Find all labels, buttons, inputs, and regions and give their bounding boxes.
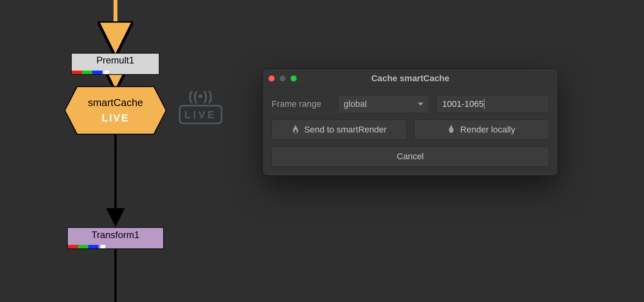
send-to-smartrender-button[interactable]: Send to smartRender	[272, 119, 407, 140]
frame-range-row: Frame range global 1001-1065	[272, 95, 549, 113]
action-buttons-row: Send to smartRender Render locally	[272, 119, 549, 140]
node-smartcache-text: smartCache LIVE	[64, 86, 167, 135]
frame-range-value: 1001-1065	[442, 99, 484, 109]
dialog-body: Frame range global 1001-1065 Send to sma…	[263, 88, 558, 175]
node-premult-label: Premult1	[72, 54, 159, 65]
window-zoom-button[interactable]	[290, 75, 297, 82]
window-close-button[interactable]	[268, 75, 275, 82]
live-indicator-text: LIVE	[179, 105, 222, 124]
text-cursor	[484, 99, 484, 109]
channel-strip	[72, 71, 109, 74]
node-transform[interactable]: Transform1	[67, 227, 164, 249]
chevron-down-icon	[418, 103, 423, 106]
window-minimize-button[interactable]	[279, 75, 286, 82]
frame-range-mode-value: global	[344, 99, 367, 109]
render-locally-button[interactable]: Render locally	[414, 119, 549, 140]
node-smartcache-status: LIVE	[102, 112, 129, 124]
cancel-button-label: Cancel	[397, 151, 424, 162]
send-button-label: Send to smartRender	[304, 125, 387, 135]
dialog-title: Cache smartCache	[263, 73, 558, 84]
frame-range-mode-select[interactable]: global	[338, 95, 429, 113]
broadcast-icon: ((•))	[179, 89, 222, 103]
cancel-button[interactable]: Cancel	[272, 146, 549, 167]
node-transform-label: Transform1	[68, 228, 163, 240]
dialog-titlebar[interactable]: Cache smartCache	[263, 69, 558, 88]
channel-strip	[68, 245, 105, 248]
cache-dialog: Cache smartCache Frame range global 1001…	[262, 69, 558, 176]
node-premult[interactable]: Premult1	[71, 53, 160, 75]
cancel-row: Cancel	[272, 146, 549, 167]
flame-icon	[292, 125, 300, 135]
frame-range-label: Frame range	[272, 99, 331, 109]
node-smartcache[interactable]: smartCache LIVE	[64, 86, 167, 135]
render-button-label: Render locally	[460, 125, 515, 135]
live-indicator: ((•)) LIVE	[179, 89, 222, 124]
node-smartcache-label: smartCache	[88, 97, 143, 109]
window-controls	[268, 75, 297, 82]
frame-range-input[interactable]: 1001-1065	[436, 95, 549, 113]
flame-icon	[448, 125, 456, 135]
